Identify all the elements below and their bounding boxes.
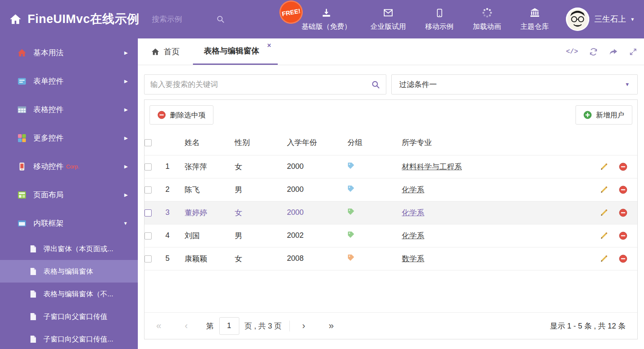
pager-first-button[interactable]: «	[156, 321, 161, 331]
cell-gender: 男	[235, 224, 287, 247]
major-link[interactable]: 数学系	[402, 255, 424, 263]
menu-basic-version[interactable]: FREE! 基础版（免费）	[292, 0, 361, 38]
cell-name: 张萍萍	[185, 155, 235, 178]
pager-prev-button[interactable]: ‹	[185, 321, 188, 331]
keyword-search	[144, 74, 386, 94]
edit-icon[interactable]	[600, 163, 608, 171]
share-icon[interactable]	[609, 47, 618, 56]
menu-theme-repo[interactable]: 主题仓库	[511, 0, 558, 38]
row-checkbox[interactable]	[145, 255, 152, 262]
delete-icon[interactable]	[619, 232, 627, 240]
search-icon[interactable]	[216, 15, 225, 23]
delete-selected-button[interactable]: 删除选中项	[150, 105, 213, 125]
source-code-icon[interactable]: </>	[566, 48, 578, 56]
sidebar-item-basic-usage[interactable]: 基本用法 ▶	[0, 38, 138, 67]
cell-gender: 女	[235, 201, 287, 224]
sidebar: 基本用法 ▶ 表单控件 ▶ 表格控件 ▶ 更多控件 ▶ 移动控件 Corp. ▶	[0, 38, 138, 349]
delete-icon[interactable]	[619, 163, 627, 171]
major-link[interactable]: 化学系	[402, 209, 424, 217]
refresh-icon[interactable]	[589, 47, 598, 56]
major-link[interactable]: 化学系	[402, 186, 424, 194]
header-search	[152, 15, 225, 24]
delete-selected-label: 删除选中项	[170, 110, 205, 120]
tag-icon	[347, 254, 355, 261]
envelope-icon	[383, 8, 394, 18]
delete-icon[interactable]	[619, 255, 627, 263]
edit-icon[interactable]	[600, 232, 608, 240]
sidebar-subitem-child-to-parent-2[interactable]: 子窗口向父窗口传值...	[0, 328, 138, 349]
home-icon	[151, 48, 160, 56]
delete-icon[interactable]	[619, 209, 627, 217]
col-major[interactable]: 所学专业	[402, 130, 591, 155]
caret-down-icon: ▼	[630, 17, 635, 22]
chevron-right-icon: ▶	[124, 79, 128, 84]
menu-mobile-demo[interactable]: 移动示例	[416, 0, 463, 38]
row-checkbox[interactable]	[145, 232, 152, 239]
menu-loading-animation[interactable]: 加载动画	[463, 0, 511, 38]
sidebar-item-mobile-controls[interactable]: 移动控件 Corp. ▶	[0, 152, 138, 181]
col-group[interactable]: 分组	[347, 130, 402, 155]
tab-tools: </>	[566, 38, 637, 65]
close-icon[interactable]: ×	[267, 42, 271, 49]
app-title: FineUIMvc在线示例	[28, 11, 139, 28]
sidebar-item-grid-controls[interactable]: 表格控件 ▶	[0, 95, 138, 124]
username: 三生石上	[594, 14, 626, 25]
corp-badge: Corp.	[66, 163, 79, 170]
row-checkbox[interactable]	[145, 186, 152, 194]
pager-last-button[interactable]: »	[329, 321, 334, 331]
sidebar-subitem-grid-edit-window[interactable]: 表格与编辑窗体	[0, 260, 138, 283]
cell-year: 2000	[287, 201, 347, 224]
menu-enterprise-trial[interactable]: 企业版试用	[361, 0, 416, 38]
user-menu[interactable]: 三生石上 ▼	[566, 8, 635, 31]
select-all-checkbox[interactable]	[145, 139, 152, 146]
sidebar-subitem-grid-edit-window-2[interactable]: 表格与编辑窗体（不...	[0, 283, 138, 305]
table-row[interactable]: 4 刘国 男 2002 化学系	[145, 224, 637, 247]
row-checkbox[interactable]	[145, 209, 152, 217]
chevron-right-icon: ▶	[124, 192, 128, 198]
tab-home[interactable]: 首页	[138, 38, 193, 65]
sidebar-subitem-child-to-parent[interactable]: 子窗口向父窗口传值	[0, 305, 138, 328]
edit-icon[interactable]	[600, 186, 608, 194]
pager-next-button[interactable]: ›	[302, 321, 305, 331]
header-search-input[interactable]	[152, 15, 215, 24]
delete-icon[interactable]	[619, 186, 627, 194]
tab-grid-edit-window[interactable]: 表格与编辑窗体 ×	[193, 38, 278, 65]
table-row-selected[interactable]: 3 董婷婷 女 2000 化学系	[145, 201, 637, 224]
chevron-right-icon: ▶	[124, 107, 128, 112]
chevron-right-icon: ▶	[124, 135, 128, 141]
filter-row: 过滤条件一 ▼	[144, 74, 638, 94]
col-name[interactable]: 姓名	[185, 130, 235, 155]
table-row[interactable]: 5 康颖颖 女 2008 数学系	[145, 247, 637, 270]
chevron-right-icon: ▶	[124, 164, 128, 169]
keyword-search-input[interactable]	[150, 80, 371, 89]
filter-dropdown[interactable]: 过滤条件一 ▼	[391, 74, 638, 94]
major-link[interactable]: 化学系	[402, 232, 424, 240]
sidebar-subitem-popup-window[interactable]: 弹出窗体（本页面或...	[0, 237, 138, 260]
tab-active-label: 表格与编辑窗体	[204, 46, 259, 56]
home-logo-icon[interactable]	[9, 13, 22, 25]
search-icon[interactable]	[371, 80, 380, 89]
sidebar-item-page-layout[interactable]: 页面布局 ▶	[0, 181, 138, 209]
cell-year: 2002	[287, 224, 347, 247]
col-year[interactable]: 入学年份	[287, 130, 347, 155]
expand-icon[interactable]	[629, 48, 637, 56]
sidebar-item-form-controls[interactable]: 表单控件 ▶	[0, 67, 138, 95]
blocks-icon	[17, 134, 27, 143]
edit-icon[interactable]	[600, 209, 608, 217]
row-checkbox[interactable]	[145, 163, 152, 171]
sidebar-item-more-controls[interactable]: 更多控件 ▶	[0, 124, 138, 152]
spinner-icon	[482, 8, 493, 18]
menu-label: 加载动画	[473, 22, 501, 31]
table-row[interactable]: 1 张萍萍 女 2000 材料科学与工程系	[145, 155, 637, 178]
edit-icon[interactable]	[600, 255, 608, 263]
table-row[interactable]: 2 陈飞 男 2000 化学系	[145, 178, 637, 201]
page-number-input[interactable]	[219, 317, 239, 335]
cell-gender: 女	[235, 247, 287, 270]
add-user-button[interactable]: 新增用户	[576, 105, 632, 125]
col-gender[interactable]: 性别	[235, 130, 287, 155]
sidebar-item-inline-frame[interactable]: 内联框架 ▼	[0, 209, 138, 237]
row-index: 1	[165, 155, 185, 178]
grid-header-row: 姓名 性别 入学年份 分组 所学专业	[145, 130, 637, 155]
caret-down-icon: ▼	[625, 82, 630, 87]
major-link[interactable]: 材料科学与工程系	[402, 163, 462, 171]
